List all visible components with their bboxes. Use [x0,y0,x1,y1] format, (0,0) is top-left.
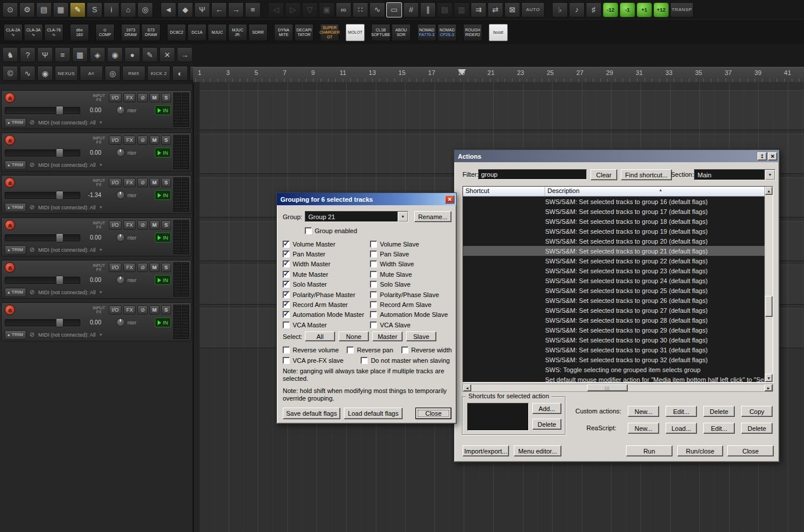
lock-icon[interactable]: ⊠ [504,2,520,17]
checkbox-box[interactable] [283,311,290,318]
record-arm-button[interactable]: a [5,305,15,315]
fx-bypass-button[interactable]: ⊘ [137,305,148,315]
solo-button[interactable]: S [161,305,171,315]
boost-button[interactable]: boost [489,24,508,41]
midi-input-dropdown[interactable]: MIDI (not connected): All▾ [38,247,102,253]
preferences-icon[interactable]: ⚙ [19,2,35,17]
automation-mode-master-checkbox[interactable]: Automation Mode Master [283,310,364,320]
close-icon[interactable]: ✕ [445,195,454,203]
redo-icon[interactable]: → [228,2,244,17]
meter-bars-icon[interactable]: ≡ [55,47,70,62]
item-copy-icon[interactable]: ▣ [319,2,335,17]
action-row[interactable]: SWS/S&M: Set selected tracks to group 30… [463,335,764,345]
record-arm-button[interactable]: a [5,262,15,273]
action-row[interactable]: SWS/S&M: Set selected tracks to group 21… [463,246,764,256]
horizontal-scrollbar[interactable]: ◄ ||| ► [463,384,773,392]
checkbox-box[interactable] [370,301,377,308]
power-icon[interactable]: ◐ [172,66,188,81]
nomad-fa770-button[interactable]: NOMAD FA770-3 [417,24,436,41]
action-row[interactable]: SWS/S&M: Set selected tracks to group 24… [463,276,764,285]
track-panel[interactable]: a INPUT FX I/O FX ⊘ M S 0.00 nter [1,217,191,256]
menu-editor-button[interactable]: Menu editor... [514,445,561,456]
action-row[interactable]: SWS/S&M: Set selected tracks to group 22… [463,256,764,266]
description-column-header[interactable]: Description [545,187,764,196]
envelope-icon[interactable]: ∿ [369,2,385,17]
fx-button[interactable]: FX [123,93,136,102]
rmx-button[interactable]: RMX [122,66,145,81]
record-arm-button[interactable]: a [5,135,15,145]
checkbox-box[interactable] [370,251,377,258]
io-button[interactable]: I/O [109,135,122,145]
fx-button[interactable]: FX [123,263,136,272]
monitor-in-badge[interactable]: IN [155,190,171,200]
mute-master-checkbox[interactable]: Mute Master [283,269,364,279]
goto-end-icon[interactable]: → [177,47,193,62]
run-button[interactable]: Run [626,445,673,456]
scroll-left-icon[interactable]: ◄ [463,384,471,391]
item-join-icon[interactable]: ◆ [177,2,193,17]
track-panel[interactable]: a INPUT FX I/O FX ⊘ M S -1.34 nter [1,175,191,214]
arrange-track-lane[interactable] [199,90,804,130]
action-row[interactable]: SWS/S&M: Set selected tracks to group 16… [463,197,764,206]
monitor-in-badge[interactable]: IN [155,148,171,158]
pitch-down-1-icon[interactable]: -1 [620,2,635,17]
checkbox-box[interactable] [370,260,377,267]
run-close-button[interactable]: Run/close [677,445,723,456]
mixer-icon[interactable]: ≡ [245,2,261,17]
molot-button[interactable]: MOLOT [346,24,365,41]
grid-dots-icon[interactable]: ∷ [353,2,368,17]
width-slave-checkbox[interactable]: Width Slave [370,259,448,269]
pan-knob[interactable] [116,191,125,199]
cla-3a-button[interactable]: CLA-3A ∿ [24,24,43,41]
help-icon[interactable]: ? [20,47,35,62]
action-row[interactable]: SWS: Toggle selecting one grouped item s… [463,365,764,374]
chevron-down-icon[interactable]: ▾ [764,170,775,180]
io-button[interactable]: I/O [109,305,122,315]
track-panel[interactable]: a INPUT FX I/O FX ⊘ M S 0.00 nter [1,260,191,299]
supercharger-button[interactable]: SUPER CHARGER GT [320,24,339,41]
section-select[interactable]: Main ▾ [694,169,775,180]
action-row[interactable]: SWS/S&M: Set selected tracks to group 17… [463,206,764,216]
fx-bypass-button[interactable]: ⊘ [137,220,148,230]
mic-stand-icon[interactable]: Ψ [37,47,53,62]
grid-icon[interactable]: # [403,2,419,17]
track-template-icon[interactable]: ♞ [2,47,18,62]
checkbox-box[interactable] [347,347,354,354]
panel-divider[interactable] [193,82,200,532]
edit-pencil-icon[interactable]: ✎ [142,47,158,62]
fader-handle[interactable] [56,106,63,115]
auto-mode-icon[interactable]: AUTO [521,2,545,17]
trim-button[interactable]: ▴TRIM [5,330,26,340]
piano-roll-icon[interactable]: ▦ [72,47,88,62]
dc8c2-button[interactable]: DC8C2 [167,24,186,41]
toolbar-separator[interactable] [154,2,159,17]
action-row[interactable]: SWS/S&M: Set selected tracks to group 26… [463,295,764,305]
record-arm-slave-checkbox[interactable]: Record Arm Slave [370,299,448,309]
dc1a-button[interactable]: DC1A [187,24,207,41]
action-row[interactable]: SWS/S&M: Set selected tracks to group 18… [463,216,764,226]
mute-button[interactable]: M [150,135,159,145]
checkbox-box[interactable] [283,301,290,308]
fx-button[interactable]: FX [123,178,136,187]
action-row[interactable]: SWS/S&M: Set selected tracks to group 32… [463,355,764,365]
region-icon[interactable]: ◈ [90,47,105,62]
rename-button[interactable]: Rename... [414,211,451,222]
action-row[interactable]: SWS/S&M: Set selected tracks to group 28… [463,315,764,325]
track-lane-icon[interactable]: ▥ [454,2,469,17]
note-flat-icon[interactable]: ♭ [552,2,568,17]
record-arm-button[interactable]: a [5,177,15,188]
routing-split-icon[interactable]: Ψ [194,2,210,17]
env-bypass-icon[interactable]: ⊘ [30,203,35,211]
action-row[interactable]: SWS/S&M: Set selected tracks to group 23… [463,266,764,276]
checkbox-box[interactable] [283,291,290,298]
checkbox-box[interactable] [305,227,312,234]
search-icon[interactable]: ◎ [137,2,153,17]
scroll-down-icon[interactable]: ▼ [765,374,773,382]
tempo-envelope-icon[interactable]: ⇄ [488,2,503,17]
pan-knob[interactable] [116,318,125,327]
midi-input-dropdown[interactable]: MIDI (not connected): All▾ [38,120,102,126]
fader-handle[interactable] [56,233,63,242]
actions-dialog-titlebar[interactable]: Actions ‡ ✕ [454,150,779,162]
volume-slave-checkbox[interactable]: Volume Slave [370,239,448,249]
profile-icon[interactable]: ● [124,47,140,62]
